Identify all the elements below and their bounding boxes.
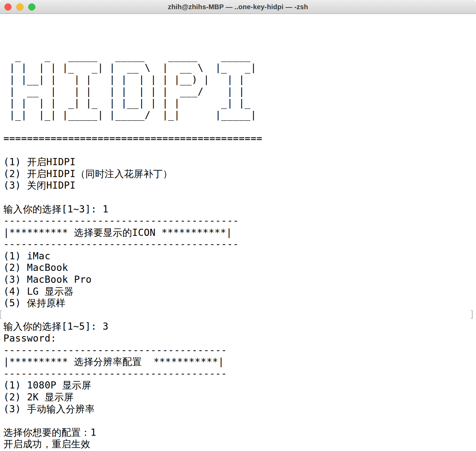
terminal-line: (3) 关闭HIDPI bbox=[3, 180, 476, 192]
terminal-line: 输入你的选择[1~3]: 1 bbox=[3, 204, 476, 215]
terminal-line-password: Password: bbox=[3, 333, 476, 345]
terminal-line: 输入你的选择[1~5]: 3 bbox=[3, 321, 476, 333]
terminal-line: -------------------------------------- bbox=[3, 345, 476, 357]
terminal-line: (1) 1080P 显示屏 bbox=[3, 380, 476, 392]
terminal-line bbox=[3, 415, 476, 427]
terminal-output: _ _ _____ _____ _____ _____ | | | | |_ _… bbox=[3, 39, 476, 451]
close-button[interactable] bbox=[4, 3, 12, 11]
terminal-window: zhih@zhihs-MBP — ..one-key-hidpi — -zsh … bbox=[0, 0, 476, 451]
terminal-line: |********** 选择要显示的ICON ***********| bbox=[3, 227, 476, 239]
terminal-line: (2) 开启HIDPI（同时注入花屏补丁） bbox=[3, 168, 476, 180]
terminal-line bbox=[3, 145, 476, 157]
terminal-line: 选择你想要的配置：1 bbox=[3, 427, 476, 439]
terminal-line bbox=[3, 121, 476, 133]
terminal-line bbox=[3, 309, 476, 321]
terminal-line: _ _ _____ _____ _____ _____ bbox=[3, 51, 476, 63]
window-title: zhih@zhihs-MBP — ..one-key-hidpi — -zsh bbox=[168, 3, 308, 11]
terminal-line: ---------------------------------------- bbox=[3, 239, 476, 250]
terminal-content[interactable]: _ _ _____ _____ _____ _____ | | | | |_ _… bbox=[0, 14, 476, 451]
terminal-line: | | | | |_ _| | __ \ | __ \ |_ _| bbox=[3, 62, 476, 74]
terminal-line: | | | | _| |_ | |__| | | | _| |_ bbox=[3, 98, 476, 109]
terminal-line: 开启成功，重启生效 bbox=[3, 438, 476, 450]
terminal-line: (5) 保持原样 bbox=[3, 297, 476, 309]
terminal-line: ========================================… bbox=[3, 133, 476, 145]
line-mark-close-bracket: ] bbox=[469, 309, 475, 321]
traffic-lights bbox=[4, 0, 35, 14]
terminal-line: (1) 开启HIDPI bbox=[3, 156, 476, 168]
terminal-line: (2) MacBook bbox=[3, 262, 476, 274]
terminal-line bbox=[3, 192, 476, 204]
terminal-line: ---------------------------------------- bbox=[3, 215, 476, 227]
minimize-button[interactable] bbox=[16, 3, 23, 11]
titlebar[interactable]: zhih@zhihs-MBP — ..one-key-hidpi — -zsh bbox=[0, 0, 476, 14]
terminal-line: | __ | | | | | | | | ___/ | | bbox=[3, 86, 476, 98]
terminal-line: | |__| | | | | | | | | |__) | | | bbox=[3, 74, 476, 86]
terminal-line: (2) 2K 显示屏 bbox=[3, 392, 476, 403]
terminal-line: |********** 选择分辨率配置 ***********| bbox=[3, 356, 476, 368]
terminal-line: (4) LG 显示器 bbox=[3, 286, 476, 298]
zoom-button[interactable] bbox=[28, 3, 35, 11]
terminal-line bbox=[3, 39, 476, 51]
terminal-line: (1) iMac bbox=[3, 250, 476, 262]
terminal-line: -------------------------------------- bbox=[3, 368, 476, 380]
terminal-line: (3) MacBook Pro bbox=[3, 274, 476, 286]
terminal-line: (3) 手动输入分辨率 bbox=[3, 403, 476, 415]
line-mark-open-bracket: [ bbox=[0, 309, 3, 321]
terminal-line: |_| |_| |_____| |_____/ |_| |_____| bbox=[3, 109, 476, 121]
